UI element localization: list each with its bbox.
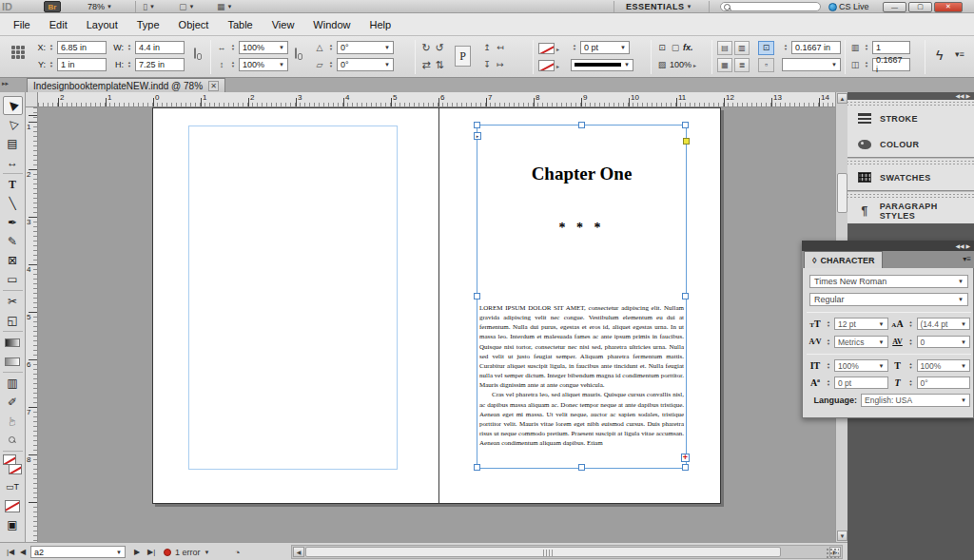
y-position-field[interactable]: 1 in bbox=[57, 58, 107, 71]
resize-grip[interactable] bbox=[826, 548, 839, 559]
font-size-field[interactable]: 12 pt▼ bbox=[834, 318, 888, 330]
effects-button[interactable]: fx. bbox=[683, 43, 693, 52]
page-tool[interactable]: ▤ bbox=[3, 134, 23, 153]
menu-type[interactable]: Type bbox=[127, 15, 169, 34]
eyedropper-tool[interactable]: ✐ bbox=[3, 393, 23, 412]
panel-collapse-icon[interactable]: ◀◀ ▶ bbox=[802, 241, 974, 251]
fill-swatch-none[interactable] bbox=[538, 60, 555, 71]
free-transform-tool[interactable]: ◱ bbox=[3, 311, 23, 330]
character-panel-menu-icon[interactable]: ▾≡ bbox=[963, 255, 971, 263]
zoom-tool[interactable] bbox=[3, 431, 23, 450]
rotate-cw-icon[interactable]: ↻ bbox=[420, 42, 432, 54]
constrain-dimensions-icon[interactable] bbox=[194, 48, 196, 58]
preflight-status[interactable]: 1 error ▼ bbox=[164, 546, 209, 558]
page-spread[interactable]: Chapter One * * * LOREM IPSUM DOLOR SIT … bbox=[152, 107, 721, 504]
font-style-select[interactable]: Regular▼ bbox=[809, 293, 968, 306]
rectangle-tool[interactable]: ▭ bbox=[3, 270, 23, 289]
gap-tool[interactable]: ↔ bbox=[3, 153, 23, 172]
pasteboard[interactable]: Chapter One * * * LOREM IPSUM DOLOR SIT … bbox=[38, 107, 835, 542]
baseline-shift-field[interactable]: 0 pt bbox=[834, 377, 888, 389]
stroke-style-dropdown[interactable]: ▼ bbox=[571, 59, 633, 71]
fill-stroke-swatches[interactable] bbox=[3, 454, 23, 477]
selection-handle[interactable] bbox=[474, 293, 480, 299]
menu-view[interactable]: View bbox=[263, 15, 304, 34]
formatting-affects-toggle[interactable]: ▭T bbox=[3, 477, 23, 496]
x-stepper[interactable]: ▲▼ bbox=[48, 44, 55, 51]
direct-selection-tool[interactable]: ▷ bbox=[3, 115, 23, 134]
cs-live-button[interactable]: CS Live bbox=[828, 1, 869, 12]
document-tab[interactable]: IndesignbooktemplateNEW.indd @ 78% ✕ bbox=[27, 78, 225, 92]
tab-character[interactable]: ◊ CHARACTER bbox=[804, 251, 883, 268]
scroll-down-icon[interactable]: ▼ bbox=[837, 531, 847, 541]
frame-tool[interactable]: ⊠ bbox=[3, 251, 23, 270]
ruler-origin-corner[interactable] bbox=[26, 92, 38, 107]
auto-fit-button[interactable]: ▫ bbox=[758, 58, 774, 72]
hand-tool[interactable]: ☞ bbox=[3, 412, 23, 431]
reference-point-proxy[interactable] bbox=[11, 46, 25, 59]
leading-field[interactable]: (14.4 pt▼ bbox=[917, 318, 971, 330]
corner-edit-handle[interactable] bbox=[683, 138, 690, 145]
inset-spacing-field[interactable]: 0.1667 in bbox=[791, 41, 841, 54]
previous-page-button[interactable]: ◀ bbox=[17, 546, 29, 558]
wrap-jump-button[interactable]: ▦ bbox=[717, 58, 732, 72]
panel-menu-icon[interactable]: ▾≡ bbox=[955, 49, 964, 59]
menu-layout[interactable]: Layout bbox=[77, 15, 127, 34]
quick-apply-icon[interactable]: ϟ bbox=[936, 48, 943, 63]
tab-overflow-icon[interactable]: ▸▸ bbox=[2, 80, 9, 87]
language-select[interactable]: English: USA▼ bbox=[861, 394, 970, 407]
horizontal-scroll-thumb[interactable] bbox=[305, 547, 781, 557]
skew-field[interactable]: 0° bbox=[917, 377, 971, 389]
menu-edit[interactable]: Edit bbox=[40, 15, 77, 34]
vertical-scroll-thumb[interactable] bbox=[837, 173, 847, 213]
horizontal-scrollbar[interactable]: ◀ ▶ bbox=[291, 545, 843, 559]
screen-mode-dropdown[interactable]: ▦▼ bbox=[217, 1, 232, 12]
line-tool[interactable]: ╲ bbox=[3, 194, 23, 213]
workspace-switcher[interactable]: ESSENTIALS▼ bbox=[626, 1, 692, 12]
dock-panel-swatches[interactable]: SWATCHES bbox=[847, 164, 974, 190]
h-stepper[interactable]: ▲▼ bbox=[126, 61, 133, 68]
tab-close-icon[interactable]: ✕ bbox=[208, 81, 219, 91]
w-stepper[interactable]: ▲▼ bbox=[126, 44, 133, 51]
scroll-up-icon[interactable]: ▲ bbox=[837, 93, 847, 104]
columns-field[interactable]: 1 bbox=[872, 41, 910, 54]
selection-handle[interactable] bbox=[682, 464, 689, 471]
menu-window[interactable]: Window bbox=[303, 15, 360, 34]
select-next-icon[interactable]: ↦ bbox=[495, 60, 506, 69]
selection-handle[interactable] bbox=[474, 122, 480, 128]
shear-angle-field[interactable]: 0°▼ bbox=[337, 58, 394, 71]
flip-horizontal-icon[interactable]: ⇄ bbox=[420, 59, 432, 71]
wrap-none-button[interactable]: ▤ bbox=[717, 41, 732, 55]
frame-fitting-button[interactable]: ⊡ bbox=[758, 41, 774, 55]
screen-mode-button[interactable]: ▣ bbox=[3, 515, 23, 534]
dock-panel-stroke[interactable]: STROKE bbox=[847, 106, 974, 131]
font-family-select[interactable]: Times New Roman▼ bbox=[809, 275, 968, 288]
scale-x-field[interactable]: 100%▼ bbox=[239, 41, 288, 54]
tracking-field[interactable]: 0▼ bbox=[917, 336, 971, 348]
stroke-weight-field[interactable]: 0 pt▼ bbox=[580, 41, 630, 54]
selection-handle[interactable] bbox=[578, 122, 585, 128]
view-options-dropdown[interactable]: ▯▼ bbox=[143, 1, 155, 12]
pen-tool[interactable]: ✒ bbox=[3, 213, 23, 232]
corner-options-icon[interactable]: ⊡ bbox=[656, 43, 668, 52]
preset-dropdown[interactable]: ▼ bbox=[782, 58, 841, 71]
bridge-button[interactable]: Br bbox=[44, 1, 61, 12]
rotate-ccw-icon[interactable]: ↺ bbox=[434, 42, 445, 54]
minimize-button[interactable]: — bbox=[883, 2, 906, 12]
selection-handle[interactable] bbox=[578, 464, 585, 471]
gradient-swatch-tool[interactable] bbox=[3, 333, 23, 352]
corner-shape-icon[interactable]: ▢ bbox=[670, 43, 681, 52]
next-page-button[interactable]: ▶ bbox=[131, 546, 143, 558]
dock-panel-paragraph-styles[interactable]: ¶PARAGRAPH STYLES bbox=[847, 198, 974, 223]
gutter-field[interactable]: 0.1667 i bbox=[872, 58, 910, 71]
stroke-swatch[interactable] bbox=[9, 464, 22, 474]
selection-handle[interactable] bbox=[682, 122, 689, 128]
dock-panel-colour[interactable]: COLOUR bbox=[847, 131, 974, 157]
width-field[interactable]: 4.4 in bbox=[135, 41, 185, 54]
note-tool[interactable]: ▥ bbox=[3, 374, 23, 393]
wrap-bounding-box-button[interactable]: ▥ bbox=[734, 41, 750, 55]
menu-help[interactable]: Help bbox=[360, 15, 400, 34]
apply-none-button[interactable] bbox=[3, 496, 23, 515]
dock-collapse-icon[interactable]: ◀◀ ▶ bbox=[955, 92, 970, 99]
select-previous-icon[interactable]: ↧ bbox=[481, 60, 493, 69]
zoom-level-dropdown[interactable]: 78%▼ bbox=[88, 1, 112, 12]
